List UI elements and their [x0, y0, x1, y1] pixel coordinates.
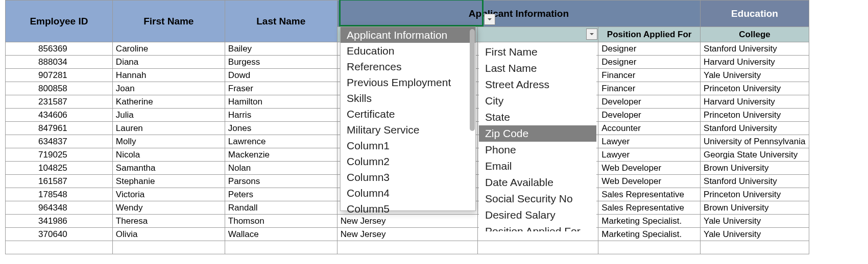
scrollbar[interactable] [470, 28, 475, 209]
subheader-college[interactable]: College [701, 27, 809, 42]
dropdown-item[interactable]: Desired Salary [479, 207, 596, 223]
header-applicant-information[interactable]: Applicant Information [337, 1, 700, 27]
applicant-info-dropdown-trigger[interactable] [484, 14, 495, 25]
cell-last-name[interactable]: Jones [225, 122, 337, 135]
table-row[interactable] [6, 241, 809, 254]
cell-last-name[interactable]: Fraser [225, 82, 337, 95]
dropdown-item[interactable]: Skills [341, 90, 475, 106]
cell-first-name[interactable]: Samantha [112, 162, 225, 175]
cell-first-name[interactable]: Lauren [112, 122, 225, 135]
cell-first-name[interactable]: Theresa [112, 215, 225, 228]
cell-employee-id[interactable]: 434606 [6, 109, 113, 122]
cell-last-name[interactable]: Hamilton [225, 95, 337, 109]
cell-last-name[interactable]: Peters [225, 188, 337, 201]
cell-employee-id[interactable]: 370640 [6, 228, 113, 241]
cell-employee-id[interactable]: 719025 [6, 148, 113, 162]
cell-college[interactable]: Stanford University [701, 42, 809, 56]
cell-employee-id[interactable]: 888034 [6, 56, 113, 69]
cell-position[interactable]: Marketing Specialist. [598, 215, 701, 228]
dropdown-item[interactable]: Zip Code [479, 125, 596, 142]
dropdown-item[interactable]: Applicant Information [341, 27, 475, 43]
header-employee-id[interactable]: Employee ID [6, 1, 113, 42]
cell-position[interactable]: Sales Representative [598, 201, 701, 215]
cell-first-name[interactable]: Olivia [112, 228, 225, 241]
cell-employee-id[interactable]: 634837 [6, 135, 113, 148]
cell-college[interactable]: Brown University [701, 162, 809, 175]
header-education[interactable]: Education [701, 1, 809, 27]
city-dropdown-trigger[interactable] [586, 29, 597, 40]
dropdown-item[interactable]: Social Security No [479, 191, 596, 207]
field-dropdown-list[interactable]: First NameLast NameStreet AdressCityStat… [479, 44, 596, 231]
dropdown-item[interactable]: State [479, 109, 596, 125]
cell-first-name[interactable]: Hannah [112, 69, 225, 82]
cell-position[interactable]: Lawyer [598, 135, 701, 148]
cell-last-name[interactable]: Parsons [225, 175, 337, 188]
cell-city[interactable]: New Jersey [337, 228, 477, 241]
cell-last-name[interactable]: Nolan [225, 162, 337, 175]
cell-employee-id[interactable]: 161587 [6, 175, 113, 188]
cell-college[interactable]: Harvard University [701, 56, 809, 69]
cell-employee-id[interactable]: 104825 [6, 162, 113, 175]
cell-position[interactable]: Web Developer [598, 162, 701, 175]
cell-college[interactable]: Princeton University [701, 188, 809, 201]
header-first-name[interactable]: First Name [112, 1, 225, 42]
dropdown-item[interactable]: Date Available [479, 174, 596, 191]
cell-college[interactable]: Stanford University [701, 175, 809, 188]
dropdown-item[interactable]: City [479, 93, 596, 109]
cell-last-name[interactable]: Bailey [225, 42, 337, 56]
dropdown-item[interactable]: Position Applied For [479, 223, 596, 231]
cell-college[interactable]: Princeton University [701, 82, 809, 95]
cell-college[interactable]: Yale University [701, 69, 809, 82]
cell-last-name[interactable]: Burgess [225, 56, 337, 69]
dropdown-item[interactable]: Phone [479, 142, 596, 158]
dropdown-item[interactable]: References [341, 59, 475, 74]
cell-last-name[interactable]: Mackenzie [225, 148, 337, 162]
cell-first-name[interactable]: Julia [112, 109, 225, 122]
dropdown-item[interactable]: Education [341, 43, 475, 59]
cell-position[interactable]: Developer [598, 109, 701, 122]
cell-college[interactable]: University of Pennsylvania [701, 135, 809, 148]
table-row[interactable]: 370640OliviaWallaceNew JerseyMarketing S… [6, 228, 809, 241]
cell-employee-id[interactable]: 907281 [6, 69, 113, 82]
cell-first-name[interactable]: Caroline [112, 42, 225, 56]
cell-position[interactable]: Lawyer [598, 148, 701, 162]
cell-college[interactable]: Harvard University [701, 95, 809, 109]
cell-college[interactable]: Yale University [701, 228, 809, 241]
cell-first-name[interactable]: Joan [112, 82, 225, 95]
group-dropdown-list[interactable]: Applicant InformationEducationReferences… [340, 27, 476, 211]
cell-employee-id[interactable]: 856369 [6, 42, 113, 56]
dropdown-item[interactable]: Last Name [479, 60, 596, 76]
cell-college[interactable]: Georgia State University [701, 148, 809, 162]
cell-first-name[interactable]: Katherine [112, 95, 225, 109]
cell-position[interactable]: Financer [598, 69, 701, 82]
dropdown-item[interactable]: First Name [479, 44, 596, 60]
cell-position[interactable]: Designer [598, 42, 701, 56]
cell-position[interactable]: Marketing Specialist. [598, 228, 701, 241]
cell-first-name[interactable]: Victoria [112, 188, 225, 201]
cell-employee-id[interactable]: 847961 [6, 122, 113, 135]
dropdown-item[interactable]: Military Service [341, 122, 475, 138]
cell-college[interactable]: Brown University [701, 201, 809, 215]
cell-employee-id[interactable]: 231587 [6, 95, 113, 109]
dropdown-item[interactable]: Column4 [341, 185, 475, 201]
cell-first-name[interactable]: Nicola [112, 148, 225, 162]
cell-employee-id[interactable]: 178548 [6, 188, 113, 201]
cell-last-name[interactable]: Lawrence [225, 135, 337, 148]
subheader-position[interactable]: Position Applied For [598, 27, 701, 42]
cell-last-name[interactable]: Randall [225, 201, 337, 215]
cell-position[interactable]: Developer [598, 95, 701, 109]
dropdown-item[interactable]: Column1 [341, 138, 475, 153]
cell-position[interactable]: Sales Representative [598, 188, 701, 201]
dropdown-item[interactable]: Column3 [341, 169, 475, 185]
cell-employee-id[interactable]: 341986 [6, 215, 113, 228]
scrollbar-thumb[interactable] [470, 29, 475, 131]
cell-last-name[interactable]: Thomson [225, 215, 337, 228]
dropdown-item[interactable]: Certificate [341, 106, 475, 122]
cell-empty[interactable] [6, 241, 113, 254]
cell-college[interactable]: Yale University [701, 215, 809, 228]
subheader-zip[interactable] [478, 27, 598, 42]
cell-first-name[interactable]: Wendy [112, 201, 225, 215]
cell-college[interactable]: Princeton University [701, 109, 809, 122]
cell-employee-id[interactable]: 800858 [6, 82, 113, 95]
cell-employee-id[interactable]: 964348 [6, 201, 113, 215]
